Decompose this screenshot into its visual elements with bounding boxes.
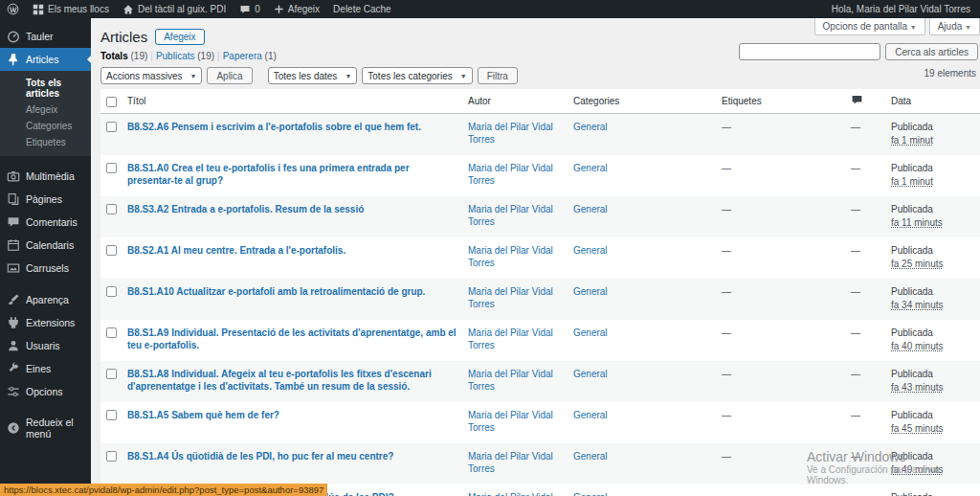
post-date-link[interactable]: fa 43 minuts: [891, 381, 943, 394]
sidebar-item-eines[interactable]: Eines: [0, 357, 91, 380]
screen-options-button[interactable]: Opcions de pantalla ▼: [814, 18, 925, 35]
post-title-link[interactable]: B8.S1.A0 Crea el teu e-portafolis i fes …: [127, 162, 457, 187]
search-posts-button[interactable]: Cerca als articles: [885, 43, 978, 60]
post-date-link[interactable]: fa 1 minut: [891, 134, 933, 147]
post-title-link[interactable]: B8.S1.A9 Individual. Presentació de les …: [127, 327, 457, 351]
category-link[interactable]: General: [573, 369, 608, 379]
admin-bar-item-wp-logo[interactable]: [0, 0, 26, 18]
row-checkbox[interactable]: [106, 286, 117, 297]
author-link[interactable]: Maria del Pilar Vidal Torres: [468, 451, 553, 474]
post-date-link[interactable]: fa 49 minuts: [891, 463, 943, 476]
sidebar-item-tauler[interactable]: Tauler: [0, 25, 91, 48]
select-all-checkbox[interactable]: [106, 97, 117, 107]
sidebar-item-label: Pàgines: [26, 193, 62, 205]
post-date-link[interactable]: fa 11 minuts: [891, 216, 943, 229]
tags-cell: —: [716, 155, 845, 196]
column-header-title[interactable]: Títol: [122, 89, 462, 114]
help-button[interactable]: Ajuda ▼: [929, 18, 980, 35]
sidebar-item-extensions[interactable]: Extensions: [0, 311, 91, 334]
sidebar-item-articles[interactable]: Articles: [0, 48, 91, 71]
sidebar-item-collapse[interactable]: Redueix el menú: [0, 412, 91, 444]
comments-cell: —: [845, 361, 885, 402]
row-checkbox[interactable]: [106, 204, 117, 214]
row-checkbox[interactable]: [106, 245, 117, 256]
sidebar-item-comentaris[interactable]: Comentaris: [0, 211, 91, 234]
home-icon: [122, 4, 134, 15]
submenu-item[interactable]: Tots els articles: [0, 75, 91, 101]
post-date-link[interactable]: fa 40 minuts: [891, 340, 943, 352]
submenu-item[interactable]: Etiquetes: [0, 134, 91, 150]
filter-button[interactable]: Filtra: [478, 67, 518, 84]
search-input[interactable]: [739, 43, 880, 60]
help-label: Ajuda: [938, 21, 963, 32]
sidebar-item-opcions[interactable]: Opcions: [0, 380, 91, 403]
sidebar-item-label: Carrusels: [26, 262, 69, 274]
author-link[interactable]: Maria del Pilar Vidal Torres: [468, 410, 553, 433]
author-link[interactable]: Maria del Pilar Vidal Torres: [468, 204, 553, 227]
dates-filter-select[interactable]: Totes les dates ▼: [268, 67, 358, 84]
row-checkbox[interactable]: [106, 327, 117, 338]
author-link[interactable]: Maria del Pilar Vidal Torres: [468, 492, 553, 496]
author-link[interactable]: Maria del Pilar Vidal Torres: [468, 122, 553, 145]
post-title-link[interactable]: B8.S2.A1 Al meu centre. Entrada a l'e-po…: [127, 244, 345, 257]
author-link[interactable]: Maria del Pilar Vidal Torres: [468, 163, 553, 186]
author-link[interactable]: Maria del Pilar Vidal Torres: [468, 327, 553, 350]
author-link[interactable]: Maria del Pilar Vidal Torres: [468, 369, 553, 392]
submenu-item[interactable]: Categories: [0, 118, 91, 134]
admin-bar-item-delete-cache[interactable]: Delete Cache: [326, 0, 398, 18]
sidebar-item-aparenca[interactable]: Aparença: [0, 288, 91, 311]
category-link[interactable]: General: [573, 410, 608, 420]
post-date-link[interactable]: fa 45 minuts: [891, 422, 943, 435]
sidebar-item-pagines[interactable]: Pàgines: [0, 188, 91, 211]
admin-bar-greeting[interactable]: Hola, Maria del Pilar Vidal Torres: [832, 4, 980, 14]
admin-bar-item-comments[interactable]: 0: [233, 0, 267, 18]
view-filter-totals[interactable]: Totals (19): [100, 51, 147, 61]
sidebar-item-carrusels[interactable]: Carrusels: [0, 257, 91, 280]
sidebar-item-calendaris[interactable]: Calendaris: [0, 234, 91, 257]
post-date-link[interactable]: fa 34 minuts: [891, 299, 943, 311]
sidebar-separator: [0, 280, 91, 288]
page-title: Articles: [100, 29, 147, 45]
sidebar-item-usuaris[interactable]: Usuaris: [0, 334, 91, 357]
category-link[interactable]: General: [573, 286, 608, 297]
post-date-link[interactable]: fa 25 minuts: [891, 258, 943, 270]
row-checkbox[interactable]: [106, 163, 117, 173]
post-date-link[interactable]: fa 1 minut: [891, 175, 933, 188]
view-filter-paperera[interactable]: Paperera (1): [223, 51, 277, 61]
categories-filter-select[interactable]: Totes les categories ▼: [362, 67, 472, 84]
row-checkbox[interactable]: [106, 451, 117, 462]
admin-bar-item-site-name[interactable]: Del tàctil al guix. PDI: [116, 0, 233, 18]
bulk-actions-select[interactable]: Accions massives ▼: [100, 67, 202, 84]
category-link[interactable]: General: [573, 204, 608, 214]
author-link[interactable]: Maria del Pilar Vidal Torres: [468, 286, 553, 309]
category-link[interactable]: General: [573, 451, 608, 462]
category-link[interactable]: General: [573, 163, 608, 173]
category-link[interactable]: General: [573, 492, 608, 496]
post-title-link[interactable]: B8.S1.A5 Sabem què hem de fer?: [127, 409, 279, 421]
post-title-link[interactable]: B8.S1.A8 Individual. Afegeix al teu e-po…: [127, 368, 457, 393]
sidebar-item-label: Articles: [26, 54, 58, 65]
comment-bubble-icon: [239, 4, 251, 15]
submenu-item[interactable]: Afegeix: [0, 101, 91, 118]
status-bar-url: https://blocs.xtec.cat/pvidal8/wp-admin/…: [0, 484, 327, 496]
category-link[interactable]: General: [573, 327, 608, 338]
row-checkbox[interactable]: [106, 122, 117, 132]
pages-icon: [7, 192, 20, 206]
post-title-link[interactable]: B8.S2.A6 Pensem i escrivim a l'e-portafo…: [127, 121, 421, 133]
apply-button[interactable]: Aplica: [207, 67, 252, 84]
author-link[interactable]: Maria del Pilar Vidal Torres: [468, 245, 553, 268]
category-link[interactable]: General: [573, 122, 608, 132]
admin-bar-item-new-content[interactable]: Afegeix: [267, 0, 326, 18]
post-title-link[interactable]: B8.S1.A10 Actualitzar e-portafoli amb la…: [127, 285, 425, 298]
view-filter-count: (19): [197, 51, 214, 61]
view-filter-publicats[interactable]: Publicats (19): [156, 51, 214, 61]
category-link[interactable]: General: [573, 245, 608, 256]
sidebar-item-multimedia[interactable]: Multimèdia: [0, 165, 91, 188]
post-title-link[interactable]: B8.S3.A2 Entrada a e-portafolis. Resum d…: [127, 203, 364, 215]
post-title-link[interactable]: B8.S1.A4 Ús qüotidià de les PDI, ho puc …: [127, 450, 393, 462]
admin-bar-item-my-sites[interactable]: Els meus llocs: [26, 0, 116, 18]
column-header-date[interactable]: Data: [885, 89, 980, 114]
row-checkbox[interactable]: [106, 369, 117, 379]
row-checkbox[interactable]: [106, 410, 117, 420]
add-post-button[interactable]: Afegeix: [155, 29, 204, 45]
